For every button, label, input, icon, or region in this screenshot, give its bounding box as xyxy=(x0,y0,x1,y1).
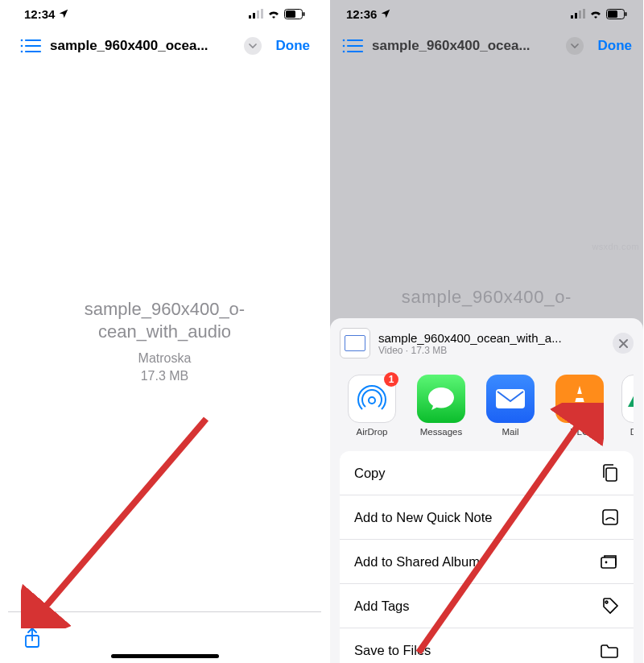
svg-point-26 xyxy=(343,51,345,53)
file-name-line2: cean_with_audio xyxy=(8,321,321,343)
svg-rect-15 xyxy=(571,15,573,19)
svg-rect-17 xyxy=(579,10,581,19)
svg-rect-1 xyxy=(253,13,255,19)
airdrop-icon: 1 xyxy=(348,375,396,423)
svg-rect-3 xyxy=(261,9,263,19)
battery-icon xyxy=(284,9,305,19)
svg-point-24 xyxy=(343,45,345,48)
app-label: AirDrop xyxy=(345,427,399,437)
dimmed-file-name: sample_960x400_o- xyxy=(330,286,643,309)
svg-rect-18 xyxy=(583,9,585,19)
vlc-icon xyxy=(555,375,604,423)
svg-rect-0 xyxy=(249,15,251,19)
app-label: D xyxy=(621,427,634,437)
nav-bar: sample_960x400_ocea... Done xyxy=(330,27,643,64)
file-info: sample_960x400_o- cean_with_audio Matros… xyxy=(8,298,321,383)
svg-rect-36 xyxy=(601,557,616,568)
share-actions: Copy Add to New Quick Note Add to Shared… xyxy=(340,451,634,663)
action-label: Add Tags xyxy=(354,599,410,614)
svg-point-11 xyxy=(21,50,23,52)
svg-rect-2 xyxy=(257,10,259,19)
file-name-line1: sample_960x400_o- xyxy=(8,298,321,321)
app-drive-partial[interactable]: D xyxy=(621,375,634,437)
cellular-icon xyxy=(571,9,585,19)
right-screenshot: 12:36 sample_960x400_ocea... Done sample… xyxy=(330,0,643,663)
svg-point-7 xyxy=(21,39,23,41)
close-icon xyxy=(619,339,628,348)
share-apps-row[interactable]: 1 AirDrop Messages Mail VLC xyxy=(340,365,634,451)
action-label: Copy xyxy=(354,466,386,481)
svg-rect-5 xyxy=(286,10,295,18)
app-vlc[interactable]: VLC xyxy=(552,375,607,437)
svg-rect-16 xyxy=(575,13,577,19)
list-icon[interactable] xyxy=(19,39,42,53)
airdrop-badge: 1 xyxy=(384,372,398,387)
folder-icon xyxy=(600,643,619,659)
share-file-info: Video · 17.3 MB xyxy=(378,345,605,356)
status-bar: 12:34 xyxy=(8,0,321,27)
status-indicators xyxy=(571,9,627,19)
svg-rect-32 xyxy=(576,394,584,398)
shared-album-icon xyxy=(600,553,619,570)
svg-point-30 xyxy=(369,397,375,404)
status-bar: 12:36 xyxy=(330,0,643,27)
status-time-group: 12:36 xyxy=(346,7,391,21)
svg-point-38 xyxy=(605,601,608,603)
tag-icon xyxy=(601,597,619,615)
close-button[interactable] xyxy=(613,333,634,354)
app-label: VLC xyxy=(552,427,607,437)
svg-point-37 xyxy=(605,561,608,564)
left-screenshot: 12:34 sample_960x400_ocea... Done sample… xyxy=(8,0,321,663)
share-icon[interactable] xyxy=(24,628,40,648)
app-messages[interactable]: Messages xyxy=(414,375,469,437)
status-time: 12:36 xyxy=(346,7,377,21)
done-button[interactable]: Done xyxy=(270,38,311,54)
action-shared-album[interactable]: Add to Shared Album xyxy=(340,540,634,584)
action-label: Add to New Quick Note xyxy=(354,510,493,525)
app-label: Mail xyxy=(483,427,538,437)
wifi-icon xyxy=(589,9,602,19)
location-icon xyxy=(58,8,69,19)
list-icon[interactable] xyxy=(341,39,364,53)
cellular-icon xyxy=(249,9,263,19)
action-quick-note[interactable]: Add to New Quick Note xyxy=(340,495,634,540)
action-add-tags[interactable]: Add Tags xyxy=(340,584,634,628)
svg-rect-34 xyxy=(606,468,617,481)
nav-bar: sample_960x400_ocea... Done xyxy=(8,27,321,64)
svg-rect-20 xyxy=(608,10,617,18)
copy-icon xyxy=(601,463,619,483)
file-format: Matroska xyxy=(8,351,321,366)
file-size: 17.3 MB xyxy=(8,369,321,383)
svg-point-9 xyxy=(21,44,23,47)
messages-icon xyxy=(417,375,465,423)
file-thumbnail xyxy=(340,328,370,358)
watermark: wsxdn.com xyxy=(592,242,639,251)
svg-rect-6 xyxy=(303,12,305,16)
action-label: Save to Files xyxy=(354,643,431,658)
app-mail[interactable]: Mail xyxy=(483,375,538,437)
disclosure-button[interactable] xyxy=(566,37,584,55)
home-indicator[interactable] xyxy=(111,654,219,658)
action-copy[interactable]: Copy xyxy=(340,451,634,495)
svg-rect-31 xyxy=(496,389,525,408)
disclosure-button[interactable] xyxy=(244,37,262,55)
nav-title: sample_960x400_ocea... xyxy=(50,38,236,54)
share-meta: sample_960x400_ocean_with_a... Video · 1… xyxy=(378,331,605,356)
wifi-icon xyxy=(267,9,280,19)
svg-rect-21 xyxy=(625,12,627,16)
app-label: Messages xyxy=(414,427,469,437)
action-label: Add to Shared Album xyxy=(354,554,480,570)
app-airdrop[interactable]: 1 AirDrop xyxy=(345,375,399,437)
status-indicators xyxy=(249,9,305,19)
share-file-name: sample_960x400_ocean_with_a... xyxy=(378,331,605,345)
quicknote-icon xyxy=(601,508,619,526)
done-button[interactable]: Done xyxy=(592,38,633,54)
action-save-files[interactable]: Save to Files xyxy=(340,628,634,663)
share-sheet: sample_960x400_ocean_with_a... Video · 1… xyxy=(330,318,643,663)
drive-icon xyxy=(621,375,634,423)
file-preview: sample_960x400_o- cean_with_audio Matros… xyxy=(8,64,321,663)
location-icon xyxy=(380,8,391,19)
chevron-down-icon xyxy=(571,44,579,48)
battery-icon xyxy=(606,9,627,19)
status-time-group: 12:34 xyxy=(24,7,69,21)
